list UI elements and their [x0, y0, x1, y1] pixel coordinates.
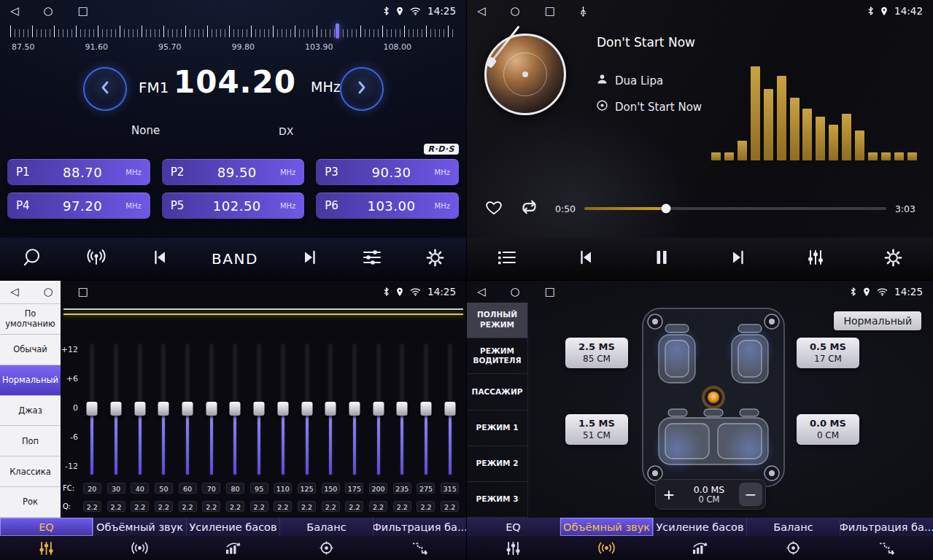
bass-boost-icon[interactable] [654, 541, 747, 555]
eq-sliders-icon[interactable] [467, 541, 560, 556]
bass-boost-icon[interactable] [187, 541, 280, 555]
slider-handle[interactable] [444, 402, 455, 416]
progress-knob[interactable] [661, 204, 670, 214]
delay-readout-rear-left[interactable]: 1.5 MS51 CM [565, 414, 628, 445]
previous-station-button[interactable] [150, 249, 169, 269]
slider-handle[interactable] [277, 402, 288, 416]
eq-band-slider[interactable] [199, 339, 223, 479]
home-button[interactable]: ○ [511, 6, 520, 17]
tab-eq[interactable]: EQ [0, 518, 93, 536]
slider-handle[interactable] [301, 402, 312, 416]
favorite-button[interactable] [484, 199, 503, 219]
home-button[interactable]: ○ [44, 6, 53, 17]
tab-surround[interactable]: Объёмный звук [93, 518, 187, 536]
slider-handle[interactable] [420, 402, 431, 416]
back-button[interactable]: ◁ [10, 287, 19, 298]
preset-button-p4[interactable]: P497.20MHz [7, 192, 150, 219]
eq-band-slider[interactable] [390, 339, 414, 479]
increase-delay-button[interactable]: + [656, 486, 682, 503]
preset-button-p6[interactable]: P6103.00MHz [316, 192, 459, 219]
home-button[interactable]: ○ [44, 287, 53, 298]
seek-down-button[interactable] [85, 69, 125, 109]
delay-readout-front-right[interactable]: 0.5 MS17 CM [797, 338, 859, 368]
slider-handle[interactable] [373, 402, 384, 416]
slider-handle[interactable] [87, 402, 98, 416]
eq-preset-item[interactable]: Нормальный [0, 365, 61, 396]
settings-button[interactable] [425, 248, 445, 271]
eq-band-slider[interactable] [414, 339, 438, 479]
sound-preset-button[interactable]: Нормальный [834, 311, 921, 330]
eq-band-slider[interactable] [152, 339, 176, 479]
tab-filter[interactable]: Фильтрация ба... [373, 518, 466, 536]
delay-readout-front-left[interactable]: 2.5 MS85 CM [565, 338, 628, 368]
pause-button[interactable] [654, 249, 669, 269]
eq-band-slider[interactable] [366, 339, 390, 479]
eq-preset-item[interactable]: Классика [0, 456, 61, 487]
preset-button-p1[interactable]: P188.70MHz [7, 159, 150, 185]
mode-item[interactable]: ПАССАЖИР [467, 374, 527, 410]
tab-eq[interactable]: EQ [467, 518, 560, 536]
frequency-scale[interactable]: 87.5091.6095.7099.80103.90108.00 [10, 23, 456, 57]
eq-band-slider[interactable] [80, 339, 104, 479]
search-button[interactable] [21, 247, 43, 271]
eq-band-slider[interactable] [247, 339, 271, 479]
seek-up-button[interactable] [341, 69, 382, 109]
recents-button[interactable]: □ [78, 287, 88, 298]
eq-sliders-icon[interactable] [0, 541, 93, 556]
back-button[interactable]: ◁ [477, 6, 486, 17]
eq-band-slider[interactable] [104, 339, 128, 479]
delay-readout-rear-right[interactable]: 0.0 MS0 CM [797, 414, 859, 445]
eq-band-slider[interactable] [223, 339, 247, 479]
eq-preset-item[interactable]: По умолчанию [0, 304, 61, 335]
tab-filter[interactable]: Фильтрация ба... [840, 518, 933, 536]
preset-button-p2[interactable]: P289.50MHz [162, 159, 305, 185]
slider-handle[interactable] [111, 402, 122, 416]
mode-item[interactable]: РЕЖИМ 1 [467, 411, 527, 446]
eq-preset-item[interactable]: Рок [0, 487, 61, 518]
preset-button-p3[interactable]: P390.30MHz [316, 159, 459, 185]
eq-band-slider[interactable] [343, 339, 367, 479]
previous-track-button[interactable] [576, 249, 595, 269]
back-button[interactable]: ◁ [10, 6, 19, 17]
eq-band-slider[interactable] [319, 339, 343, 479]
balance-icon[interactable] [279, 541, 373, 555]
back-button[interactable]: ◁ [477, 287, 486, 298]
eq-band-slider[interactable] [271, 339, 295, 479]
tab-bass-boost[interactable]: Усиление басов [654, 518, 747, 536]
mode-item[interactable]: РЕЖИМ 3 [467, 482, 527, 518]
slider-handle[interactable] [206, 402, 217, 416]
tab-surround[interactable]: Объёмный звук [560, 518, 654, 536]
mode-item[interactable]: ПОЛНЫЙ РЕЖИМ [467, 303, 527, 338]
tune-settings-button[interactable] [362, 249, 382, 269]
slider-handle[interactable] [397, 402, 408, 416]
eq-band-slider[interactable] [438, 339, 462, 479]
tab-bass-boost[interactable]: Усиление басов [187, 518, 280, 536]
frequency-pointer[interactable] [336, 23, 339, 39]
eq-band-slider[interactable] [295, 339, 319, 479]
next-track-button[interactable] [729, 249, 748, 269]
filter-icon[interactable] [373, 541, 466, 555]
next-station-button[interactable] [301, 249, 320, 269]
slider-handle[interactable] [158, 402, 169, 416]
preset-button-p5[interactable]: P5102.50MHz [162, 192, 305, 219]
balance-icon[interactable] [746, 541, 840, 555]
slider-handle[interactable] [254, 402, 265, 416]
slider-handle[interactable] [182, 402, 193, 416]
filter-icon[interactable] [840, 541, 933, 555]
home-button[interactable]: ○ [511, 287, 520, 298]
band-button[interactable]: BAND [212, 250, 258, 268]
progress-slider[interactable] [584, 207, 886, 210]
eq-preset-item[interactable]: Обычай [0, 335, 61, 365]
repeat-button[interactable] [519, 199, 539, 218]
surround-icon[interactable] [93, 541, 187, 555]
equalizer-button[interactable] [807, 249, 824, 268]
eq-band-slider[interactable] [176, 339, 200, 479]
slider-handle[interactable] [325, 402, 336, 416]
mode-item[interactable]: РЕЖИМ 2 [467, 446, 527, 482]
slider-handle[interactable] [349, 402, 360, 416]
tab-balance[interactable]: Баланс [747, 518, 840, 536]
eq-band-slider[interactable] [128, 339, 152, 479]
recents-button[interactable]: □ [545, 287, 555, 298]
tab-balance[interactable]: Баланс [280, 518, 373, 536]
mode-item[interactable]: РЕЖИМ ВОДИТЕЛЯ [467, 338, 527, 374]
